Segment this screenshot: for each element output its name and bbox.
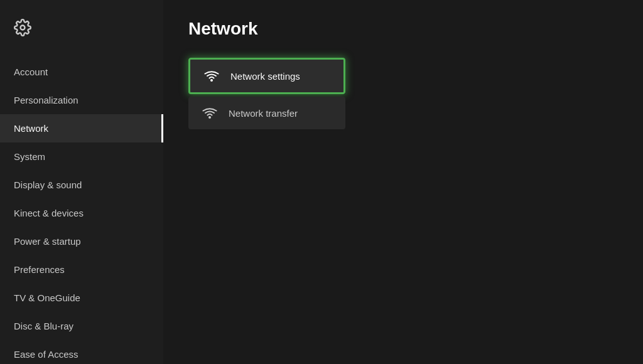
- svg-point-2: [208, 116, 211, 119]
- sidebar-item-display-sound[interactable]: Display & sound: [0, 171, 163, 199]
- sidebar-item-ease-of-access[interactable]: Ease of Access: [0, 340, 163, 364]
- network-settings-label: Network settings: [230, 71, 300, 82]
- page-title: Network: [188, 19, 618, 39]
- main-content: Network Network settings: [163, 0, 643, 364]
- network-settings-item[interactable]: Network settings: [188, 58, 345, 94]
- network-menu-list: Network settings Network transfer: [188, 58, 345, 129]
- sidebar-item-power-startup[interactable]: Power & startup: [0, 227, 163, 255]
- sidebar-item-tv-oneguide[interactable]: TV & OneGuide: [0, 284, 163, 312]
- sidebar: Account Personalization Network System D…: [0, 0, 163, 364]
- sidebar-item-disc-bluray[interactable]: Disc & Blu-ray: [0, 312, 163, 340]
- sidebar-item-personalization[interactable]: Personalization: [0, 86, 163, 114]
- sidebar-item-network[interactable]: Network: [0, 114, 163, 142]
- svg-point-1: [210, 79, 213, 82]
- network-transfer-icon: [201, 107, 219, 119]
- wifi-transfer-icon: [201, 107, 219, 119]
- sidebar-item-preferences[interactable]: Preferences: [0, 255, 163, 284]
- network-settings-icon: [203, 70, 220, 82]
- gear-icon: [14, 19, 31, 36]
- wifi-signal-icon: [203, 70, 220, 82]
- sidebar-item-kinect-devices[interactable]: Kinect & devices: [0, 199, 163, 227]
- network-transfer-label: Network transfer: [229, 108, 298, 119]
- sidebar-item-account[interactable]: Account: [0, 58, 163, 86]
- svg-point-0: [21, 26, 25, 30]
- sidebar-item-system[interactable]: System: [0, 142, 163, 171]
- sidebar-nav: Account Personalization Network System D…: [0, 58, 163, 364]
- network-transfer-item[interactable]: Network transfer: [188, 97, 345, 129]
- gear-icon-container: [0, 13, 163, 58]
